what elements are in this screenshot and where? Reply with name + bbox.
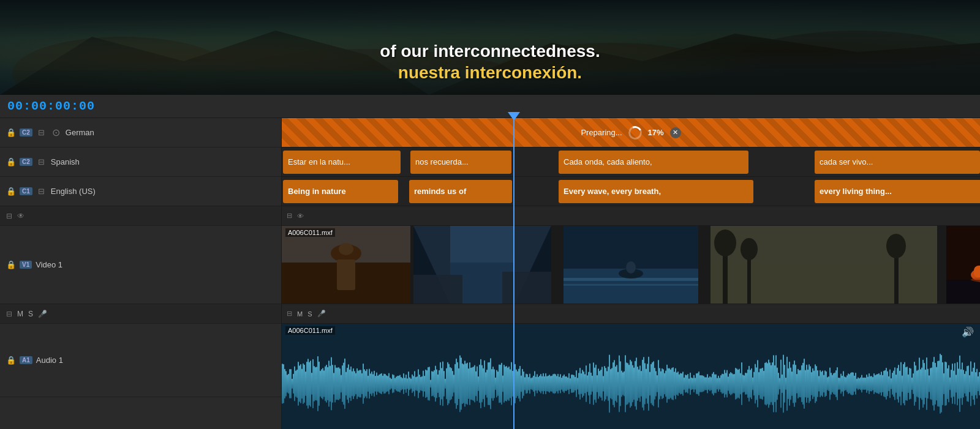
svg-rect-69 — [314, 366, 315, 401]
svg-rect-98 — [349, 370, 350, 398]
svg-rect-529 — [877, 374, 878, 394]
svg-rect-372 — [685, 375, 686, 393]
english-badge: C1 — [20, 187, 32, 195]
svg-rect-248 — [533, 376, 534, 392]
svg-rect-450 — [780, 360, 782, 408]
video-sep-film-icon[interactable]: ⊟ — [6, 212, 12, 220]
svg-rect-274 — [565, 376, 566, 391]
svg-rect-567 — [924, 363, 925, 405]
svg-rect-464 — [797, 369, 799, 398]
audio-sep-film-icon[interactable]: ⊟ — [6, 310, 12, 318]
svg-rect-513 — [858, 378, 859, 390]
svg-rect-283 — [576, 370, 577, 397]
german-settings-icon[interactable]: ⊙ — [51, 127, 62, 138]
spanish-clip-4[interactable]: cada ser vivo... — [815, 151, 980, 174]
english-film-icon[interactable]: ⊟ — [36, 187, 47, 196]
track-labels: 🔒 C2 ⊟ ⊙ German 🔒 C2 ⊟ Spanish 🔒 C1 ⊟ En… — [0, 118, 282, 429]
svg-rect-130 — [388, 373, 390, 395]
svg-rect-123 — [380, 374, 381, 394]
svg-rect-44 — [283, 364, 284, 403]
audio-sep-mic: 🎤 — [317, 310, 326, 318]
svg-rect-293 — [588, 371, 589, 395]
svg-rect-257 — [544, 376, 545, 391]
audio-lock-icon[interactable]: 🔒 — [6, 356, 16, 365]
svg-rect-159 — [424, 376, 425, 392]
svg-rect-552 — [905, 367, 907, 400]
svg-rect-379 — [693, 375, 695, 393]
waveform — [282, 341, 980, 427]
svg-rect-297 — [593, 362, 594, 405]
svg-rect-301 — [598, 368, 599, 398]
svg-rect-57 — [299, 365, 300, 402]
svg-rect-46 — [285, 371, 287, 396]
svg-rect-48 — [288, 374, 289, 394]
svg-rect-347 — [654, 368, 655, 400]
svg-rect-190 — [462, 364, 463, 405]
svg-rect-483 — [821, 371, 822, 395]
svg-rect-378 — [692, 378, 693, 390]
video-thumb-mist — [710, 226, 937, 304]
svg-rect-82 — [330, 365, 331, 401]
svg-rect-355 — [664, 373, 665, 394]
svg-rect-497 — [838, 378, 839, 390]
svg-rect-209 — [485, 372, 486, 395]
spanish-clip-1[interactable]: Estar en la natu... — [283, 151, 401, 174]
svg-rect-203 — [478, 376, 479, 391]
spanish-film-icon[interactable]: ⊟ — [36, 157, 47, 166]
video-sep-eye-icon[interactable]: 👁 — [17, 212, 24, 220]
svg-rect-291 — [586, 365, 587, 402]
english-clip-2[interactable]: reminds us of — [409, 180, 512, 203]
svg-rect-49 — [289, 369, 290, 398]
svg-rect-105 — [358, 371, 359, 397]
audio-sep-mic-icon[interactable]: 🎤 — [38, 310, 47, 318]
svg-rect-68 — [312, 359, 314, 408]
spanish-lock-icon[interactable]: 🔒 — [6, 157, 16, 166]
svg-rect-545 — [897, 368, 898, 399]
english-lock-icon[interactable]: 🔒 — [6, 187, 16, 196]
german-film-icon[interactable]: ⊟ — [36, 128, 47, 137]
svg-rect-152 — [415, 377, 417, 390]
english-clip-1[interactable]: Being in nature — [283, 180, 398, 203]
svg-rect-254 — [540, 374, 541, 394]
svg-rect-91 — [341, 375, 342, 393]
svg-rect-358 — [668, 368, 669, 400]
svg-rect-93 — [343, 362, 344, 405]
svg-rect-179 — [448, 364, 450, 403]
svg-rect-578 — [937, 361, 938, 406]
playhead[interactable] — [513, 118, 514, 429]
english-clip-4[interactable]: every living thing... — [815, 180, 980, 203]
svg-rect-390 — [707, 374, 708, 393]
svg-rect-580 — [940, 354, 941, 414]
svg-rect-279 — [571, 375, 572, 393]
svg-rect-131 — [390, 378, 391, 390]
spanish-clip-2[interactable]: nos recuerda... — [410, 151, 511, 174]
svg-rect-80 — [327, 367, 328, 400]
svg-rect-156 — [420, 377, 421, 391]
svg-rect-582 — [942, 362, 943, 406]
svg-rect-598 — [962, 362, 963, 405]
svg-rect-282 — [575, 377, 576, 391]
video-lock-icon[interactable]: 🔒 — [6, 260, 16, 269]
thumb-kayak-svg — [564, 226, 698, 304]
svg-rect-344 — [650, 364, 652, 404]
video-content-separator: ⊟ 👁 — [282, 206, 980, 226]
video-badge: V1 — [20, 261, 32, 269]
svg-rect-64 — [307, 359, 309, 408]
cancel-button[interactable]: ✕ — [670, 127, 681, 138]
svg-rect-588 — [949, 377, 951, 390]
svg-rect-264 — [552, 374, 554, 393]
svg-rect-191 — [463, 364, 464, 403]
svg-rect-173 — [441, 368, 442, 400]
german-lock-icon[interactable]: 🔒 — [6, 128, 16, 137]
spanish-clip-3[interactable]: Cada onda, cada aliento, — [559, 151, 748, 174]
svg-rect-52 — [293, 374, 294, 394]
svg-rect-104 — [356, 368, 358, 399]
svg-rect-303 — [600, 370, 601, 398]
english-clip-3[interactable]: Every wave, every breath, — [559, 180, 753, 203]
svg-rect-415 — [737, 370, 739, 398]
svg-rect-72 — [317, 356, 318, 411]
svg-rect-407 — [728, 376, 729, 391]
audio-sep-m-label[interactable]: M — [17, 310, 23, 318]
audio-sep-s-label[interactable]: S — [28, 310, 33, 318]
svg-rect-583 — [943, 373, 944, 394]
